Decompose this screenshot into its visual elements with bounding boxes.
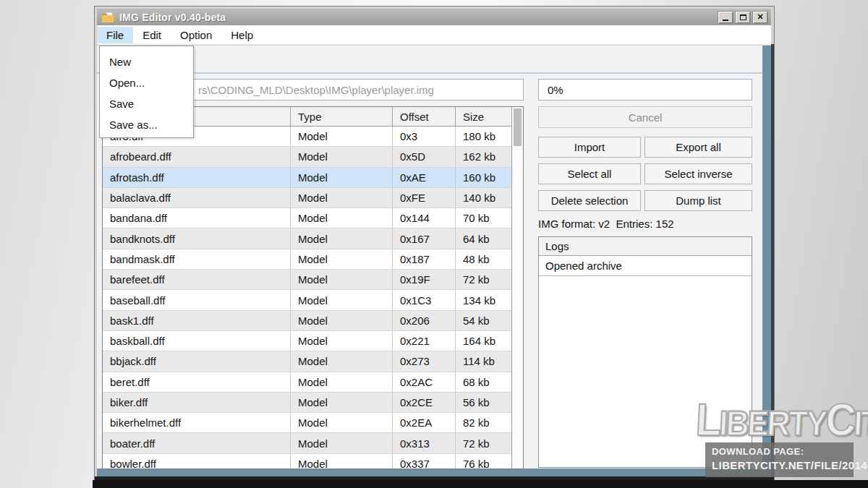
folder-icon <box>101 12 115 23</box>
log-entry: Opened archive <box>539 256 752 276</box>
header-offset[interactable]: Offset <box>393 107 456 126</box>
cell-name: afrobeard.dff <box>103 147 291 166</box>
header-size[interactable]: Size <box>456 107 513 126</box>
cell-type: Model <box>291 228 393 248</box>
cell-name: bowler.dff <box>103 454 291 469</box>
header-type[interactable]: Type <box>291 107 393 126</box>
cell-type: Model <box>291 372 393 392</box>
select-inverse-button[interactable]: Select inverse <box>644 163 752 184</box>
cell-size: 164 kb <box>456 331 513 351</box>
maximize-button[interactable] <box>735 11 751 24</box>
delete-selection-button[interactable]: Delete selection <box>538 190 641 211</box>
cell-size: 134 kb <box>456 290 513 309</box>
table-row[interactable]: bandknots.dff Model 0x167 64 kb <box>103 228 523 249</box>
table-row[interactable]: bbjack.dff Model 0x273 114 kb <box>103 351 523 372</box>
menu-item-new[interactable]: New <box>100 51 193 72</box>
cell-offset: 0x1C3 <box>393 290 456 309</box>
cell-type: Model <box>291 433 393 453</box>
menu-help[interactable]: Help <box>221 27 263 43</box>
menu-item-save-as[interactable]: Save as... <box>100 114 193 135</box>
title-bar[interactable]: IMG Editor v0.40-beta ✕ <box>97 9 771 25</box>
cell-name: baskball.dff <box>103 331 291 351</box>
table-row[interactable]: biker.dff Model 0x2CE 56 kb <box>103 393 523 413</box>
file-menu-dropdown: New Open... Save Save as... <box>99 46 194 138</box>
table-row[interactable]: boater.dff Model 0x313 72 kb <box>103 433 523 453</box>
window-title: IMG Editor v0.40-beta <box>119 12 226 23</box>
cell-size: 162 kb <box>456 147 513 166</box>
cancel-button[interactable]: Cancel <box>538 106 752 128</box>
cell-size: 76 kb <box>456 454 513 469</box>
cell-type: Model <box>291 249 393 269</box>
cell-name: balaclava.dff <box>103 188 291 207</box>
table-row[interactable]: barefeet.dff Model 0x19F 72 kb <box>103 270 523 290</box>
cell-size: 64 kb <box>456 228 513 248</box>
cell-name: biker.dff <box>103 393 291 412</box>
cell-name: afrotash.dff <box>103 168 291 187</box>
dump-list-button[interactable]: Dump list <box>644 190 752 211</box>
cell-size: 70 kb <box>456 208 513 228</box>
cell-type: Model <box>291 127 393 146</box>
cell-size: 68 kb <box>456 372 513 392</box>
close-button[interactable]: ✕ <box>752 11 768 24</box>
cell-name: bandana.dff <box>103 208 291 228</box>
table-row[interactable]: bask1.dff Model 0x206 54 kb <box>103 311 523 331</box>
table-row[interactable]: bandana.dff Model 0x144 70 kb <box>103 208 523 228</box>
table-scrollbar[interactable] <box>511 107 523 468</box>
logo-part: C <box>825 393 855 444</box>
download-page-watermark: DOWNLOAD PAGE: LIBERTYCITY.NET/FILE/2014… <box>705 442 854 477</box>
cell-type: Model <box>291 270 393 289</box>
cell-offset: 0x187 <box>393 249 456 269</box>
cell-size: 140 kb <box>456 188 513 207</box>
cell-offset: 0x19F <box>393 270 456 289</box>
cell-offset: 0x221 <box>393 331 456 351</box>
cell-type: Model <box>291 168 393 187</box>
table-row[interactable]: bowler.dff Model 0x337 76 kb <box>103 454 523 469</box>
table-row[interactable]: balaclava.dff Model 0xFE 140 kb <box>103 188 523 208</box>
cell-name: barefeet.dff <box>103 270 291 289</box>
watermark-label: DOWNLOAD PAGE: <box>712 446 854 457</box>
menu-file[interactable]: File <box>97 27 133 43</box>
cell-type: Model <box>291 331 393 351</box>
cell-type: Model <box>291 188 393 207</box>
watermark-url: LIBERTYCITY.NET/FILE/201464 <box>712 459 854 471</box>
cell-offset: 0xAE <box>393 168 456 187</box>
cell-offset: 0x2CE <box>393 393 456 412</box>
export-all-button[interactable]: Export all <box>644 137 752 158</box>
table-row[interactable]: afrotash.dff Model 0xAE 160 kb <box>103 168 523 188</box>
select-all-button[interactable]: Select all <box>538 163 641 184</box>
table-row[interactable]: baseball.dff Model 0x1C3 134 kb <box>103 290 523 310</box>
table-row[interactable]: bandmask.dff Model 0x187 48 kb <box>103 249 523 270</box>
close-icon: ✕ <box>757 12 763 22</box>
table-row[interactable]: bikerhelmet.dff Model 0x2EA 82 kb <box>103 413 523 433</box>
table-row[interactable]: baskball.dff Model 0x221 164 kb <box>103 331 523 351</box>
cell-size: 54 kb <box>456 311 513 330</box>
logo-part: IBERTY <box>718 403 827 442</box>
frame-band-bottom <box>97 468 771 476</box>
cell-offset: 0x273 <box>393 351 456 371</box>
minimize-button[interactable] <box>718 11 733 24</box>
import-button[interactable]: Import <box>538 137 641 158</box>
logs-header: Logs <box>539 237 752 256</box>
menu-item-save[interactable]: Save <box>100 93 193 114</box>
libertycity-logo: LIBERTYCITY <box>694 393 865 445</box>
menu-option[interactable]: Option <box>171 27 221 43</box>
cell-offset: 0x5D <box>393 147 456 166</box>
file-table: Type Offset Size afro.dff Model 0x3 180 … <box>102 106 524 469</box>
table-row[interactable]: beret.dff Model 0x2AC 68 kb <box>103 372 523 393</box>
table-row[interactable]: afrobeard.dff Model 0x5D 162 kb <box>103 147 523 167</box>
bottom-dark-strip <box>93 480 868 488</box>
cell-offset: 0xFE <box>393 188 456 207</box>
cell-name: boater.dff <box>103 433 291 453</box>
menu-edit[interactable]: Edit <box>133 27 171 43</box>
cell-size: 56 kb <box>456 393 513 412</box>
screenshot-stage: IMG Editor v0.40-beta ✕ File Edit Option… <box>0 0 868 488</box>
cell-type: Model <box>291 351 393 371</box>
cell-offset: 0x2EA <box>393 413 456 432</box>
logo-part: ITY <box>853 403 868 442</box>
menu-item-open[interactable]: Open... <box>100 72 193 93</box>
img-format-status: IMG format: v2 Entries: 152 <box>538 218 674 230</box>
cell-name: beret.dff <box>103 372 291 392</box>
cell-offset: 0x2AC <box>393 372 456 392</box>
cell-type: Model <box>291 208 393 228</box>
scrollbar-thumb[interactable] <box>514 108 522 146</box>
